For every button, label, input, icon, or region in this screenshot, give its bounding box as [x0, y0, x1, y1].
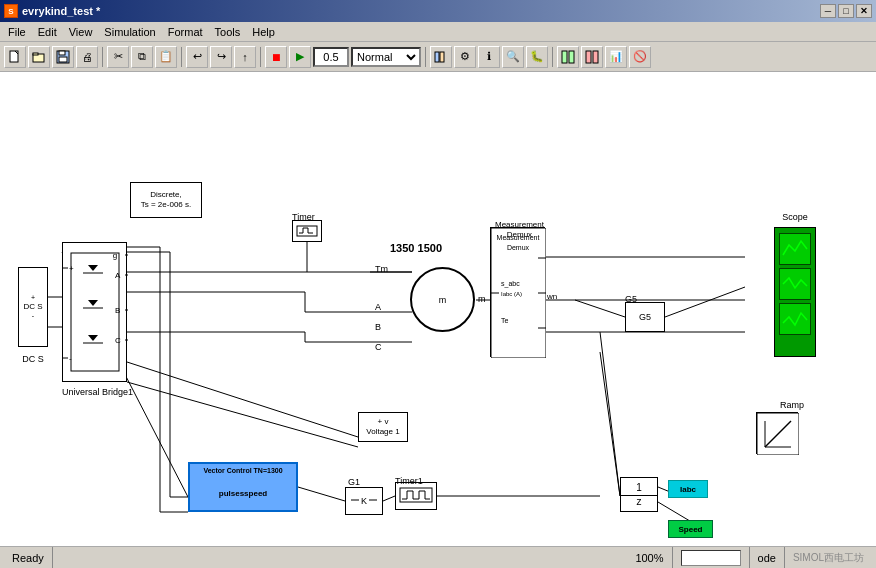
scope-block[interactable]: [774, 227, 816, 357]
g5-label-above: G5: [625, 294, 637, 304]
speed-output-block[interactable]: Speed: [668, 520, 713, 538]
params-button[interactable]: ⚙: [454, 46, 476, 68]
scope-label: Scope: [774, 212, 816, 222]
sep1: [102, 47, 103, 67]
status-zoom: 100%: [627, 547, 672, 568]
menu-view[interactable]: View: [63, 24, 99, 40]
up-button[interactable]: ↑: [234, 46, 256, 68]
sep3: [260, 47, 261, 67]
g1-block[interactable]: K: [345, 487, 383, 515]
status-ready: Ready: [4, 547, 53, 568]
svg-line-28: [127, 362, 358, 437]
sep5: [552, 47, 553, 67]
sep2: [181, 47, 182, 67]
g5-label: G5: [639, 312, 651, 322]
no-entry[interactable]: 🚫: [629, 46, 651, 68]
speed-text: 1350 1500: [390, 242, 442, 254]
voltage-block[interactable]: + v Voltage 1: [358, 412, 408, 442]
meas-demux-label: Measurement Demux: [495, 220, 544, 239]
undo-button[interactable]: ↩: [186, 46, 208, 68]
status-bar: Ready 100% ode SIMOL西电工坊: [0, 546, 876, 568]
library-button[interactable]: [430, 46, 452, 68]
svg-text:s_abc: s_abc: [501, 280, 520, 288]
g1-label: K: [349, 490, 379, 512]
g1-text-label: G1: [348, 477, 360, 487]
svg-line-30: [298, 487, 345, 501]
title-bar: S evrykind_test * ─ □ ✕: [0, 0, 876, 22]
svg-rect-6: [435, 52, 439, 62]
menu-format[interactable]: Format: [162, 24, 209, 40]
menu-edit[interactable]: Edit: [32, 24, 63, 40]
diagram: Discrete, Ts = 2e-006 s. + DC S - DC S g: [0, 72, 876, 546]
new-button[interactable]: [4, 46, 26, 68]
universal-bridge-block[interactable]: g + - A B C: [62, 242, 127, 382]
svg-text:Iabc (A): Iabc (A): [501, 291, 522, 297]
status-solver-input: [673, 547, 750, 568]
explore-button[interactable]: 🔍: [502, 46, 524, 68]
menu-help[interactable]: Help: [246, 24, 281, 40]
paste-button[interactable]: 📋: [155, 46, 177, 68]
copy-button[interactable]: ⧉: [131, 46, 153, 68]
svg-marker-61: [88, 265, 98, 271]
svg-text:g: g: [113, 251, 117, 260]
svg-rect-11: [593, 51, 598, 63]
svg-rect-10: [586, 51, 591, 63]
ramp-label: Ramp: [780, 400, 804, 410]
info-button[interactable]: ℹ: [478, 46, 500, 68]
dc-source-label: DC S: [18, 354, 48, 364]
c-input-label: C: [375, 342, 382, 352]
svg-rect-9: [569, 51, 574, 63]
timer1-label: Timer1: [395, 476, 423, 486]
ext-mode2[interactable]: [581, 46, 603, 68]
svg-rect-5: [59, 57, 67, 62]
toolbar: 🖨 ✂ ⧉ 📋 ↩ ↪ ↑ ⏹ ▶ Normal ⚙ ℹ 🔍 🐛 📊 🚫: [0, 42, 876, 72]
redo-button[interactable]: ↪: [210, 46, 232, 68]
g5-block[interactable]: G5: [625, 302, 665, 332]
main-content: Discrete, Ts = 2e-006 s. + DC S - DC S g: [0, 72, 876, 546]
svg-text:A: A: [115, 271, 121, 280]
sim-mode-select[interactable]: Normal: [351, 47, 421, 67]
timer-label: Timer: [292, 212, 315, 222]
sim-time-input[interactable]: [313, 47, 349, 67]
vector-control-block[interactable]: Vector Control TN=1300 pulses speed: [188, 462, 298, 512]
ext-mode1[interactable]: [557, 46, 579, 68]
menu-simulation[interactable]: Simulation: [98, 24, 161, 40]
svg-rect-82: [400, 488, 432, 502]
signal-logger[interactable]: 📊: [605, 46, 627, 68]
run-button[interactable]: ▶: [289, 46, 311, 68]
svg-text:Te: Te: [501, 317, 509, 324]
ramp-block[interactable]: [756, 412, 798, 454]
timer-block[interactable]: [292, 220, 322, 242]
motor-block[interactable]: m: [410, 267, 475, 332]
iabc-output-block[interactable]: Iabc: [668, 480, 708, 498]
delay-block[interactable]: 1 z: [620, 477, 658, 512]
print-button[interactable]: 🖨: [76, 46, 98, 68]
a-input-label: A: [375, 302, 381, 312]
canvas-area[interactable]: Discrete, Ts = 2e-006 s. + DC S - DC S g: [0, 72, 876, 546]
debug-button[interactable]: 🐛: [526, 46, 548, 68]
dc-source-block[interactable]: + DC S -: [18, 267, 48, 347]
svg-rect-57: [71, 253, 119, 371]
menu-bar: File Edit View Simulation Format Tools H…: [0, 22, 876, 42]
save-button[interactable]: [52, 46, 74, 68]
wn-label: wn: [547, 292, 557, 301]
minimize-button[interactable]: ─: [820, 4, 836, 18]
measurement-demux-block[interactable]: Measurement Demux s_abc Iabc (A) Te: [490, 227, 545, 357]
cut-button[interactable]: ✂: [107, 46, 129, 68]
svg-rect-2: [33, 53, 38, 55]
timer1-block[interactable]: [395, 482, 437, 510]
solver-input[interactable]: [681, 550, 741, 566]
stop-button[interactable]: ⏹: [265, 46, 287, 68]
status-solver: ode: [750, 547, 785, 568]
menu-file[interactable]: File: [2, 24, 32, 40]
maximize-button[interactable]: □: [838, 4, 854, 18]
svg-line-34: [600, 332, 620, 496]
title-bar-buttons: ─ □ ✕: [820, 4, 872, 18]
close-button[interactable]: ✕: [856, 4, 872, 18]
window-title: evrykind_test *: [22, 5, 100, 17]
svg-text:Demux: Demux: [507, 244, 530, 251]
svg-line-31: [383, 496, 395, 501]
motor-m-label: m: [478, 294, 486, 304]
menu-tools[interactable]: Tools: [209, 24, 247, 40]
open-button[interactable]: [28, 46, 50, 68]
